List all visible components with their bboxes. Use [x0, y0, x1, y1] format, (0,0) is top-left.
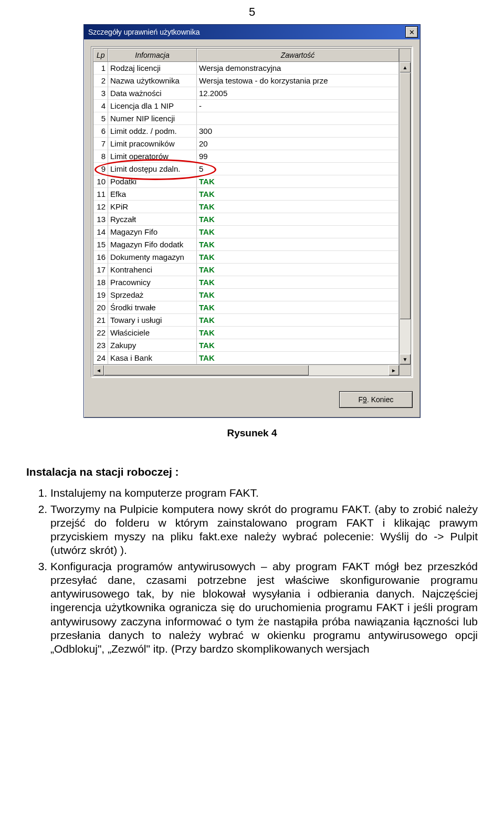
- page-number: 5: [0, 0, 504, 24]
- section-heading: Instalacja na stacji roboczej :: [26, 465, 478, 479]
- table-cell-value: TAK: [197, 352, 399, 364]
- table-cell-value: TAK: [197, 339, 399, 352]
- close-button-underline: 9: [363, 395, 367, 404]
- table-cell-info: Nazwa użytkownika: [108, 75, 197, 87]
- scroll-left-icon[interactable]: ◄: [93, 365, 104, 375]
- table-cell-lp: 11: [93, 188, 108, 201]
- close-button-prefix: F: [359, 395, 363, 404]
- table-cell-info: Towary i usługi: [108, 314, 197, 327]
- table-cell-value: 12.2005: [197, 87, 399, 100]
- table-cell-info: KPiR: [108, 201, 197, 213]
- table-cell-value: TAK: [197, 238, 399, 251]
- list-item: Instalujemy na komputerze program FAKT.: [50, 486, 478, 500]
- close-icon[interactable]: ✕: [405, 26, 418, 38]
- table-cell-info: Magazyn Fifo dodatk: [108, 238, 197, 251]
- scrollbar-corner-top: [399, 49, 411, 62]
- table-cell-lp: 23: [93, 339, 108, 352]
- titlebar: Szczegóły uprawnień użytkownika ✕: [84, 25, 420, 39]
- table-cell-value: TAK: [197, 251, 399, 264]
- table-cell-value: [197, 112, 399, 125]
- table-cell-lp: 5: [93, 112, 108, 125]
- table-cell-lp: 20: [93, 301, 108, 314]
- table-cell-lp: 10: [93, 175, 108, 188]
- table-cell-value: TAK: [197, 201, 399, 213]
- table-cell-value: -: [197, 100, 399, 112]
- table-cell-lp: 2: [93, 75, 108, 87]
- list-item: Tworzymy na Pulpicie komputera nowy skró…: [50, 502, 478, 558]
- vertical-scrollbar[interactable]: ▲▼: [399, 62, 411, 364]
- table-cell-value: TAK: [197, 264, 399, 276]
- license-details-window: Szczegóły uprawnień użytkownika ✕ Lp Inf…: [83, 24, 421, 418]
- table-cell-value: TAK: [197, 276, 399, 289]
- table-cell-info: Limit pracowników: [108, 138, 197, 150]
- table-cell-lp: 22: [93, 327, 108, 339]
- table-cell-value: TAK: [197, 289, 399, 301]
- table-cell-value: TAK: [197, 188, 399, 201]
- table-cell-lp: 6: [93, 125, 108, 138]
- table-cell-lp: 9: [93, 163, 108, 175]
- table-cell-info: Magazyn Fifo: [108, 226, 197, 238]
- table-cell-info: Właściciele: [108, 327, 197, 339]
- table-cell-info: Rodzaj licencji: [108, 62, 197, 75]
- hscroll-thumb[interactable]: [104, 365, 309, 375]
- scroll-right-icon[interactable]: ►: [388, 365, 399, 375]
- scroll-up-icon[interactable]: ▲: [400, 62, 411, 72]
- table-cell-value: 300: [197, 125, 399, 138]
- col-header-value: Zawartość: [197, 49, 399, 62]
- table-cell-info: Kasa i Bank: [108, 352, 197, 364]
- col-header-lp: Lp: [93, 49, 108, 62]
- numbered-list: Instalujemy na komputerze program FAKT.T…: [26, 486, 478, 656]
- scroll-down-icon[interactable]: ▼: [400, 354, 411, 364]
- table-cell-info: Pracownicy: [108, 276, 197, 289]
- table-cell-info: Limit operatorów: [108, 150, 197, 163]
- table-cell-value: Wersja testowa - do korzystania prze: [197, 75, 399, 87]
- col-header-info: Informacja: [108, 49, 197, 62]
- table-cell-value: TAK: [197, 213, 399, 226]
- table-cell-lp: 7: [93, 138, 108, 150]
- table-cell-info: Sprzedaż: [108, 289, 197, 301]
- table-cell-value: TAK: [197, 314, 399, 327]
- table-cell-value: 5: [197, 163, 399, 175]
- table-cell-value: Wersja demonstracyjna: [197, 62, 399, 75]
- body-text: Instalacja na stacji roboczej : Instaluj…: [0, 465, 504, 679]
- table-cell-lp: 19: [93, 289, 108, 301]
- table-cell-value: 20: [197, 138, 399, 150]
- table-cell-info: Kontrahenci: [108, 264, 197, 276]
- table-cell-info: Podatki: [108, 175, 197, 188]
- table-cell-info: Efka: [108, 188, 197, 201]
- table-cell-lp: 18: [93, 276, 108, 289]
- table-cell-lp: 24: [93, 352, 108, 364]
- vscroll-thumb[interactable]: [400, 72, 411, 319]
- table-cell-lp: 12: [93, 201, 108, 213]
- table-cell-info: Zakupy: [108, 339, 197, 352]
- table-cell-lp: 14: [93, 226, 108, 238]
- table-cell-value: 99: [197, 150, 399, 163]
- table-cell-info: Licencja dla 1 NIP: [108, 100, 197, 112]
- permissions-table: Lp Informacja Zawartość 1Rodzaj licencji…: [93, 48, 411, 376]
- list-item: Konfiguracja programów antywirusowych – …: [50, 560, 478, 656]
- table-cell-info: Data ważności: [108, 87, 197, 100]
- table-cell-info: Limit oddz. / podm.: [108, 125, 197, 138]
- table-cell-value: TAK: [197, 226, 399, 238]
- table-cell-lp: 4: [93, 100, 108, 112]
- table-cell-info: Numer NIP licencji: [108, 112, 197, 125]
- horizontal-scrollbar[interactable]: ◄ ►: [93, 364, 399, 375]
- table-cell-info: Limit dostępu zdaln.: [108, 163, 197, 175]
- table-cell-info: Ryczałt: [108, 213, 197, 226]
- table-cell-lp: 13: [93, 213, 108, 226]
- table-cell-lp: 1: [93, 62, 108, 75]
- table-cell-info: Dokumenty magazyn: [108, 251, 197, 264]
- table-cell-lp: 17: [93, 264, 108, 276]
- close-button-suffix: . Koniec: [367, 395, 394, 404]
- window-title: Szczegóły uprawnień użytkownika: [88, 28, 200, 36]
- table-cell-lp: 3: [93, 87, 108, 100]
- close-button[interactable]: F9. Koniec: [339, 391, 413, 408]
- table-cell-lp: 21: [93, 314, 108, 327]
- table-cell-value: TAK: [197, 175, 399, 188]
- table-cell-lp: 16: [93, 251, 108, 264]
- figure-caption: Rysunek 4: [0, 427, 504, 439]
- table-cell-info: Środki trwałe: [108, 301, 197, 314]
- table-cell-lp: 8: [93, 150, 108, 163]
- table-cell-value: TAK: [197, 301, 399, 314]
- scrollbar-corner-bottom: [399, 364, 411, 375]
